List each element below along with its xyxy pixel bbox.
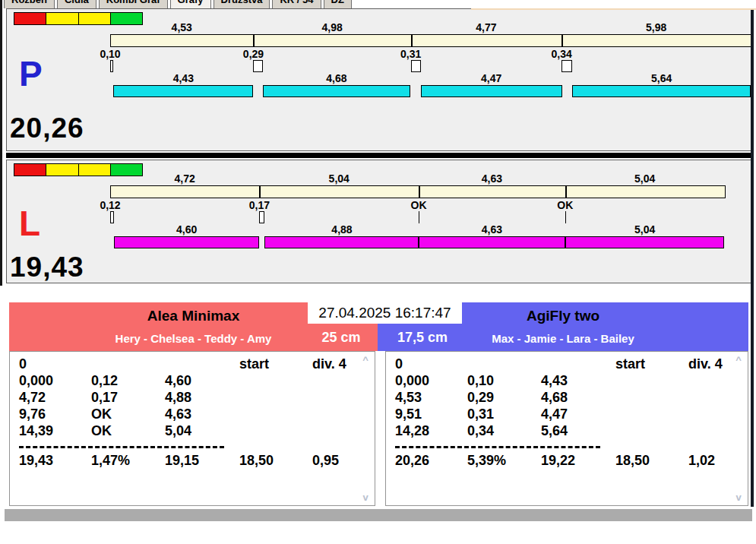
table-cell: 0,000 xyxy=(395,372,467,389)
table-cell: 0 xyxy=(395,356,467,372)
table-row: 9,76OK4,63 xyxy=(19,406,375,422)
scroll-down-icon[interactable]: v xyxy=(733,492,744,503)
tab-cidla[interactable]: Cidla xyxy=(57,0,96,8)
split-time-label: 4,98 xyxy=(321,21,342,33)
table-cell: 9,76 xyxy=(19,406,91,422)
table-cell xyxy=(312,389,373,406)
table-row: 4,530,294,68 xyxy=(395,389,748,406)
category-badge-left: 25 cm xyxy=(306,327,376,349)
table-cell: 19,15 xyxy=(165,452,239,469)
run-time-bar xyxy=(419,236,565,248)
split-time-label: 5,04 xyxy=(634,172,655,185)
results-table-right-body: 0startdiv. 40,0000,104,434,530,294,689,5… xyxy=(386,352,748,469)
table-totals-row: 20,265,39%19,2218,501,02 xyxy=(395,452,748,469)
table-cell: 19,43 xyxy=(19,452,91,469)
run-time-bar xyxy=(263,85,411,97)
tab-dz[interactable]: DZ xyxy=(324,0,352,8)
scroll-up-icon[interactable]: ^ xyxy=(360,354,371,365)
table-cell: 4,68 xyxy=(541,389,615,406)
table-cell: 0 xyxy=(19,356,91,372)
table-cell xyxy=(239,372,312,389)
split-time-label: 4,77 xyxy=(476,21,496,33)
run-bar-divider xyxy=(418,236,419,248)
results-table-left: 0startdiv. 40,0000,124,604,720,174,889,7… xyxy=(9,351,375,506)
table-cell: 0,12 xyxy=(91,372,165,389)
table-cell: 0,10 xyxy=(467,372,541,389)
run-time-label: 4,88 xyxy=(331,223,352,236)
run-time-label: 4,63 xyxy=(482,223,502,236)
table-cell: 4,88 xyxy=(165,389,239,406)
run-time-bar xyxy=(565,236,725,248)
exchange-loss-box xyxy=(561,60,572,72)
table-cell: 9,51 xyxy=(395,406,467,422)
traffic-cell-0 xyxy=(14,164,46,176)
panel-p: P 20,26 4,530,104,434,980,294,684,770,31… xyxy=(6,8,752,151)
split-time-label: 4,63 xyxy=(482,172,502,185)
scroll-up-icon[interactable]: ^ xyxy=(733,354,744,365)
table-cell xyxy=(688,422,749,439)
exchange-time-label: 0,29 xyxy=(243,48,264,60)
table-cell: 0,000 xyxy=(19,372,91,389)
split-time-label: 5,04 xyxy=(329,172,350,185)
tab-kr-54[interactable]: KR / 54 xyxy=(272,0,321,8)
exchange-loss-box xyxy=(253,60,262,72)
table-cell: 0,29 xyxy=(467,389,541,406)
exchange-time-label: OK xyxy=(557,199,573,211)
table-cell: 1,47% xyxy=(91,452,165,469)
exchange-time-label: OK xyxy=(411,199,427,211)
table-cell: 0,34 xyxy=(467,422,541,439)
exchange-time-label: 0,17 xyxy=(249,199,270,211)
exchange-loss-box xyxy=(411,60,421,72)
table-cell xyxy=(615,406,688,422)
split-bar xyxy=(110,185,726,198)
table-cell: 14,39 xyxy=(19,422,91,439)
traffic-cell-2 xyxy=(78,164,110,176)
panel-p-bar-chart: 4,530,104,434,980,294,684,770,314,475,98… xyxy=(110,23,751,108)
exchange-time-label: 0,12 xyxy=(100,199,120,211)
table-cell xyxy=(615,422,688,439)
table-cell: 4,63 xyxy=(165,406,239,422)
tab-grafy[interactable]: Grafy xyxy=(170,0,211,8)
table-header-row: 0startdiv. 4 xyxy=(19,356,375,372)
results-table-left-body: 0startdiv. 40,0000,124,604,720,174,889,7… xyxy=(10,352,375,469)
tab-rozbeh[interactable]: Rozbeh xyxy=(4,0,55,8)
run-time-label: 4,60 xyxy=(176,223,197,236)
run-time-label: 5,04 xyxy=(634,223,655,236)
table-cell xyxy=(239,389,312,406)
table-cell xyxy=(165,356,239,372)
table-cell xyxy=(312,406,373,422)
split-bar xyxy=(110,34,752,47)
run-time-bar xyxy=(264,236,419,248)
run-time-label: 4,47 xyxy=(481,72,501,84)
table-cell xyxy=(615,389,688,406)
tab-strip: RozbehCidlaKombi GrafGrafyDružstváKR / 5… xyxy=(4,0,352,8)
table-cell: 0,95 xyxy=(312,452,373,469)
table-cell: 4,53 xyxy=(395,389,467,406)
table-cell: 4,72 xyxy=(19,389,91,406)
tab-kombi-graf[interactable]: Kombi Graf xyxy=(99,0,168,8)
scroll-down-icon[interactable]: v xyxy=(360,492,371,503)
panel-p-total-time: 20,26 xyxy=(10,112,84,144)
table-cell xyxy=(91,356,165,372)
panel-l-bar-chart: 4,720,124,605,040,174,884,63OK4,635,04OK… xyxy=(110,174,751,259)
table-cell: 20,26 xyxy=(395,452,467,469)
table-cell: 0,31 xyxy=(467,406,541,422)
tab-dru-stv-[interactable]: Družstvá xyxy=(214,0,270,8)
bottom-status-strip xyxy=(5,509,752,521)
table-cell xyxy=(312,422,373,439)
table-cell: 18,50 xyxy=(239,452,312,469)
table-cell: start xyxy=(239,356,312,372)
table-cell: 14,28 xyxy=(395,422,467,439)
run-time-label: 5,64 xyxy=(651,72,672,84)
window-right-edge xyxy=(751,10,754,507)
table-cell: 4,43 xyxy=(541,372,615,389)
table-cell xyxy=(688,372,749,389)
split-time-label: 4,53 xyxy=(172,21,192,33)
table-cell: 0,17 xyxy=(91,389,165,406)
table-divider xyxy=(395,446,600,448)
run-time-bar xyxy=(113,85,253,97)
results-table-right: 0startdiv. 40,0000,104,434,530,294,689,5… xyxy=(385,351,748,506)
split-bar-divider xyxy=(565,186,567,198)
app-window: RozbehCidlaKombi GrafGrafyDružstváKR / 5… xyxy=(0,0,756,544)
run-time-bar xyxy=(572,85,751,97)
